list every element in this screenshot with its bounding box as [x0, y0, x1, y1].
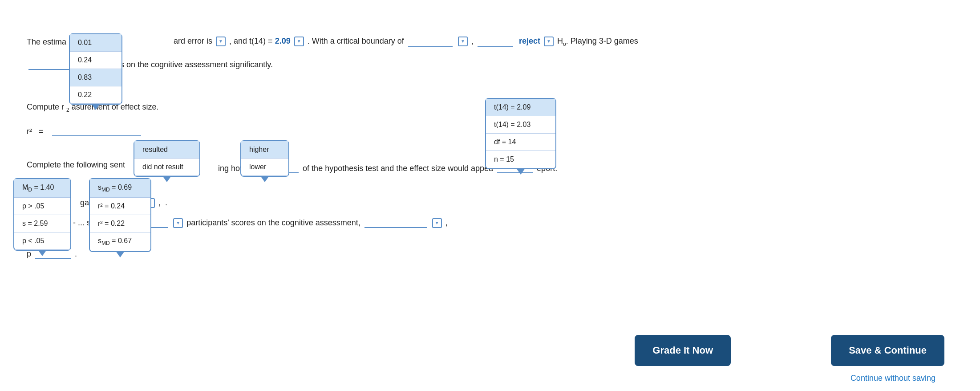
higher-lower-arrow-down [260, 176, 269, 182]
dropdown-arrow-1[interactable]: ▼ [216, 37, 226, 46]
sentence-1-text-1: The estima [27, 37, 66, 46]
dropdown-resulted[interactable]: resulted did not result [134, 140, 200, 177]
r2-equation: r² = [27, 127, 143, 136]
grade-it-now-button[interactable]: Grade It Now [635, 335, 731, 366]
sentence-5: p . [27, 249, 77, 259]
text-ard-error: ard error is [174, 37, 212, 45]
dropdown-item-did-not-result[interactable]: did not result [134, 159, 199, 176]
dropdown-item-0.01[interactable]: 0.01 [70, 34, 121, 52]
dropdown-item-0.22[interactable]: 0.22 [70, 86, 121, 104]
critical-boundary-line [408, 46, 453, 47]
dropdown-item-smd069[interactable]: sMD = 0.69 [90, 179, 150, 198]
blank-appea-line [497, 172, 533, 173]
dropdown-arrow-reject[interactable]: ▼ [544, 37, 554, 46]
sentence-3: Complete the following sent [27, 160, 125, 170]
continue-without-saving-link[interactable]: Continue without saving [850, 374, 935, 383]
dropdown-item-n15[interactable]: n = 15 [486, 151, 555, 168]
text-critical: . With a critical boundary of [308, 37, 404, 45]
dropdown-smd-values[interactable]: sMD = 0.69 r² = 0.24 r² = 0.22 sMD = 0.6… [89, 178, 151, 252]
dropdown-arrow-sig[interactable]: ▼ [173, 218, 183, 228]
dropdown-item-0.83[interactable]: 0.83 [70, 69, 121, 86]
text-period: . [165, 198, 167, 207]
r2-value-line [52, 135, 141, 136]
dropdown-item-s259[interactable]: s = 2.59 [14, 215, 70, 232]
text-2-sub: 2 [66, 107, 69, 113]
page-container: The estima 0.01 0.24 0.83 0.22 ard error… [0, 0, 980, 391]
text-compute: Compute r [27, 102, 64, 111]
dropdown-item-p05[interactable]: p > .05 [14, 198, 70, 215]
save-continue-button[interactable]: Save & Continue [831, 335, 944, 366]
blank-assessment-line [364, 227, 427, 228]
reject-line [478, 46, 513, 47]
dropdown-t-values[interactable]: t(14) = 2.09 t(14) = 2.03 df = 14 n = 15 [485, 98, 556, 169]
sentence-1-line2: ▼ scores on the cognitive assessment sig… [27, 60, 273, 70]
t-values-arrow-down [516, 168, 525, 175]
md-values-arrow-down [38, 250, 47, 256]
dropdown-item-md140[interactable]: MD = 1.40 [14, 179, 70, 198]
equals-sign: = [39, 127, 44, 136]
text-participants: participants' scores on the cognitive as… [186, 218, 360, 227]
dropdown-item-plt05[interactable]: p < .05 [14, 232, 70, 250]
dropdown-item-higher[interactable]: higher [241, 141, 288, 159]
sentence-1-continuation: ard error is ▼ , and t(14) = 2.09 ▼ . Wi… [174, 37, 638, 47]
sentence-1: The estima [27, 33, 66, 51]
text-period2: . [75, 249, 77, 258]
dropdown-arrow-assessment[interactable]: ▼ [432, 218, 442, 228]
r2-label: r² [27, 127, 32, 136]
text-complete: Complete the following sent [27, 160, 125, 169]
dropdown-item-t14-203[interactable]: t(14) = 2.03 [486, 116, 555, 134]
t-value: 2.09 [275, 37, 291, 45]
dropdown-higher-lower[interactable]: higher lower [240, 140, 289, 177]
dropdown-arrow-t[interactable]: ▼ [294, 37, 304, 46]
text-comma2: , [158, 198, 161, 207]
dropdown-item-r2-024[interactable]: r² = 0.24 [90, 198, 150, 215]
dropdown-item-resulted[interactable]: resulted [134, 141, 199, 159]
resulted-arrow-down [162, 176, 171, 182]
dropdown-arrow-down [91, 104, 100, 110]
dropdown-arrow-boundary[interactable]: ▼ [458, 37, 468, 46]
reject-label: reject [519, 37, 540, 45]
text-comma3: , [445, 218, 448, 227]
blank-p-line [35, 258, 71, 259]
dropdown-item-t14-209[interactable]: t(14) = 2.09 [486, 99, 555, 116]
dropdown-item-lower[interactable]: lower [241, 159, 288, 176]
dropdown-values[interactable]: 0.01 0.24 0.83 0.22 [69, 33, 122, 105]
text-comma: , [471, 37, 474, 45]
smd-values-arrow-down [116, 251, 125, 257]
text-of-hyp: of the hypothesis test and the effect si… [303, 164, 493, 173]
dropdown-item-df14[interactable]: df = 14 [486, 134, 555, 151]
dropdown-item-0.24[interactable]: 0.24 [70, 52, 121, 69]
text-and-t: , and t(14) = [229, 37, 273, 45]
text-scores: scores on the cognitive assessment signi… [101, 60, 273, 69]
dropdown-md-values[interactable]: MD = 1.40 p > .05 s = 2.59 p < .05 [13, 178, 71, 251]
text-h0: Ho. Playing 3-D games [557, 37, 638, 45]
dropdown-item-smd067[interactable]: sMD = 0.67 [90, 232, 150, 251]
dropdown-item-r2-022[interactable]: r² = 0.22 [90, 215, 150, 232]
